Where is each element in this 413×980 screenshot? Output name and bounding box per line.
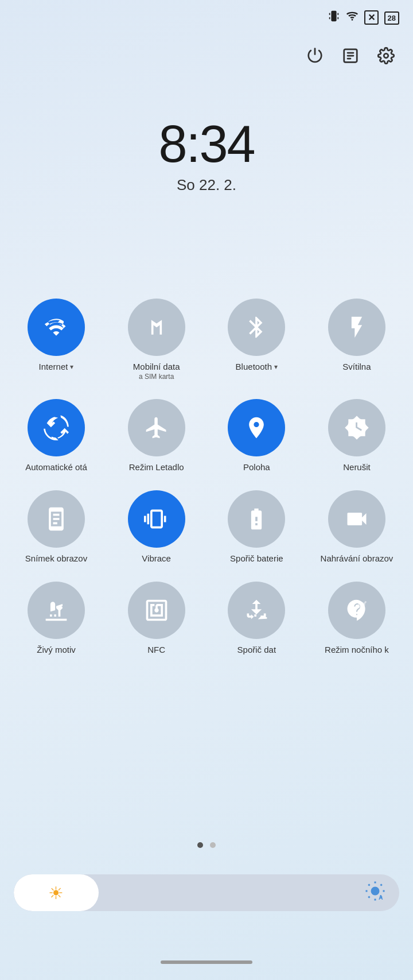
status-bar: ✕ 28 <box>0 0 413 34</box>
night-mode-label-row: Režim nočního k <box>325 645 389 654</box>
night-mode-button[interactable] <box>328 582 385 639</box>
screen-record-label-row: Nahrávání obrazov <box>321 553 393 563</box>
battery-saver-label: Spořič baterie <box>230 553 283 563</box>
qs-item-screenshot: Snímek obrazov <box>14 490 99 563</box>
clock-area: 8:34 So 22. 2. <box>0 115 413 194</box>
qs-item-screen-record: Nahrávání obrazov <box>314 490 399 563</box>
mobile-data-button[interactable] <box>128 299 185 356</box>
screenshot-label: Snímek obrazov <box>25 553 87 563</box>
flashlight-label: Svítilna <box>342 362 371 371</box>
vibration-label-row: Vibrace <box>142 553 171 563</box>
edit-icon[interactable] <box>342 47 359 68</box>
qs-item-night-mode: Režim nočního k <box>314 582 399 654</box>
dnd-button[interactable] <box>328 399 385 456</box>
theme-label-row: Živý motiv <box>37 645 76 654</box>
bluetooth-button[interactable] <box>228 299 285 356</box>
flashlight-button[interactable] <box>328 299 385 356</box>
qs-row-3: Snímek obrazov Vibrace Spořič baterie <box>14 490 399 563</box>
qs-item-data-saver: Spořič dat <box>214 582 299 654</box>
night-mode-label: Režim nočního k <box>325 645 389 654</box>
brightness-fill: ☀ <box>14 874 99 911</box>
svg-rect-2 <box>329 17 330 19</box>
sun-bright-icon: A <box>365 881 385 905</box>
qs-item-mobile-data: Mobilní data a SIM karta <box>114 299 199 381</box>
sun-dim-icon: ☀ <box>48 883 64 903</box>
qs-item-nfc: NFC <box>114 582 199 654</box>
flashlight-label-row: Svítilna <box>342 362 371 371</box>
bluetooth-label-row: Bluetooth ▾ <box>236 362 278 371</box>
brightness-slider[interactable]: ☀ A <box>14 874 399 911</box>
settings-icon[interactable] <box>377 47 395 68</box>
nfc-label: NFC <box>147 645 165 654</box>
internet-label: Internet <box>39 362 68 371</box>
page-dot-1[interactable] <box>197 842 203 848</box>
bluetooth-label: Bluetooth <box>236 362 272 371</box>
svg-rect-4 <box>337 17 338 19</box>
battery-level: 28 <box>384 11 399 25</box>
svg-point-5 <box>351 19 353 21</box>
svg-line-16 <box>381 884 382 885</box>
airplane-label-row: Režim Letadlo <box>129 462 184 472</box>
mobile-data-label: Mobilní data <box>133 362 180 371</box>
qs-item-auto-rotate: Automatické otá <box>14 399 99 472</box>
svg-text:A: A <box>379 894 383 901</box>
battery-icon: 28 <box>384 11 399 24</box>
page-dots <box>0 842 413 848</box>
svg-point-7 <box>384 53 388 58</box>
bluetooth-chevron: ▾ <box>274 363 278 371</box>
quick-settings-grid: Internet ▾ Mobilní data a SIM karta Blue… <box>0 299 413 673</box>
dnd-label-row: Nerušit <box>343 462 371 472</box>
qs-item-battery-saver: Spořič baterie <box>214 490 299 563</box>
airplane-label: Režim Letadlo <box>129 462 184 472</box>
theme-button[interactable] <box>28 582 85 639</box>
auto-rotate-label-row: Automatické otá <box>25 462 87 472</box>
vibrate-icon <box>328 10 340 25</box>
data-saver-button[interactable] <box>228 582 285 639</box>
no-sim-icon: ✕ <box>364 10 379 25</box>
svg-rect-3 <box>337 13 338 15</box>
data-saver-label: Spořič dat <box>237 645 276 654</box>
dnd-label: Nerušit <box>343 462 371 472</box>
qs-item-flashlight: Svítilna <box>314 299 399 381</box>
location-button[interactable] <box>228 399 285 456</box>
wifi-icon <box>346 10 359 25</box>
svg-line-11 <box>368 884 369 885</box>
location-label: Poloha <box>243 462 270 472</box>
top-controls <box>0 34 413 80</box>
qs-item-bluetooth: Bluetooth ▾ <box>214 299 299 381</box>
clock-time: 8:34 <box>0 115 413 174</box>
screen-record-label: Nahrávání obrazov <box>321 553 393 563</box>
qs-item-dnd: Nerušit <box>314 399 399 472</box>
page-dot-2[interactable] <box>210 842 216 848</box>
data-saver-label-row: Spořič dat <box>237 645 276 654</box>
svg-line-15 <box>368 896 369 897</box>
svg-rect-0 <box>331 10 336 21</box>
battery-saver-button[interactable] <box>228 490 285 548</box>
airplane-button[interactable] <box>128 399 185 456</box>
svg-rect-1 <box>329 13 330 15</box>
vibration-label: Vibrace <box>142 553 171 563</box>
clock-date: So 22. 2. <box>0 176 413 194</box>
vibration-button[interactable] <box>128 490 185 548</box>
mobile-data-label-row: Mobilní data <box>133 362 180 371</box>
qs-item-airplane: Režim Letadlo <box>114 399 199 472</box>
internet-label-row: Internet ▾ <box>39 362 74 371</box>
qs-row-2: Automatické otá Režim Letadlo Poloha <box>14 399 399 472</box>
auto-rotate-label: Automatické otá <box>25 462 87 472</box>
qs-row-1: Internet ▾ Mobilní data a SIM karta Blue… <box>14 299 399 381</box>
qs-row-4: Živý motiv NFC Spořič dat Režim <box>14 582 399 654</box>
screenshot-label-row: Snímek obrazov <box>25 553 87 563</box>
screenshot-button[interactable] <box>28 490 85 548</box>
theme-label: Živý motiv <box>37 645 76 654</box>
qs-item-internet: Internet ▾ <box>14 299 99 381</box>
screen-record-button[interactable] <box>328 490 385 548</box>
qs-item-theme: Živý motiv <box>14 582 99 654</box>
mobile-data-sublabel: a SIM karta <box>139 373 174 381</box>
nfc-button[interactable] <box>128 582 185 639</box>
home-indicator <box>161 960 252 964</box>
power-icon[interactable] <box>306 47 324 68</box>
location-label-row: Poloha <box>243 462 270 472</box>
auto-rotate-button[interactable] <box>28 399 85 456</box>
nfc-label-row: NFC <box>147 645 165 654</box>
internet-button[interactable] <box>28 299 85 356</box>
